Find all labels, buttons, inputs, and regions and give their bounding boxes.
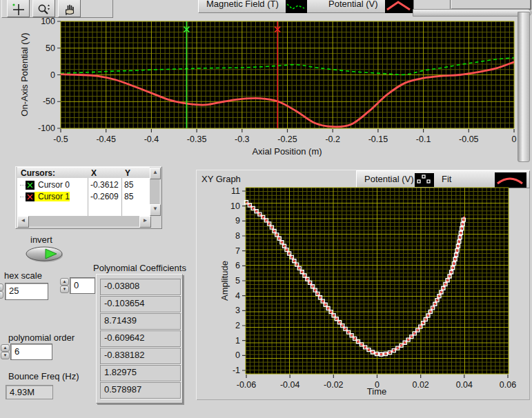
hex-scale-spinner[interactable]: ▲▼ [0,283,3,299]
svg-text:-0.02: -0.02 [324,380,344,390]
coefficient-1: -0.103654 [100,296,181,312]
coefficient-4: -0.838182 [100,348,181,364]
svg-text:8: 8 [235,231,240,241]
svg-text:0: 0 [512,135,517,144]
svg-text:7: 7 [235,246,240,256]
cursor-table-body: Cursor 0 -0.3612 85 Cursor 1 -0.2609 85 [17,178,150,216]
svg-text:0: 0 [50,70,55,80]
cursor-scroll-right-button[interactable]: ► [139,216,151,228]
svg-text:-0.15: -0.15 [368,135,388,144]
svg-text:-0.4: -0.4 [144,135,159,144]
svg-text:-0.45: -0.45 [96,135,116,144]
svg-text:10: 10 [230,201,240,211]
svg-text:1: 1 [235,336,240,346]
svg-text:2: 2 [235,321,240,330]
bounce-freq-label: Bounce Freq (Hz) [8,371,79,381]
svg-text:3: 3 [235,306,240,315]
polynomial-coefficients-label: Polynomial Coefficients [93,263,186,273]
cursor1-name[interactable]: Cursor 1 [35,192,70,201]
xy-graph-widget: XY Graph Potential (V) Fit -0.06-0.04-0.… [196,170,530,400]
coefficient-5: 1.82975 [100,365,181,381]
svg-text:5: 5 [235,276,240,286]
y-axis-label: On-Axis Potential (V) [19,32,30,116]
svg-text:0.06: 0.06 [500,380,516,390]
svg-text:0: 0 [235,350,240,360]
cursor-hscroll-track[interactable] [17,216,150,226]
polynomial-order-label: polynomial order [8,332,75,343]
svg-text:-1: -1 [233,366,240,375]
svg-text:0.04: 0.04 [456,380,473,390]
svg-text:-50: -50 [43,97,55,106]
svg-text:-0.25: -0.25 [277,135,297,144]
y-axis-label: Amplitude [219,261,230,301]
svg-text:6: 6 [235,261,240,270]
cursor0-y-value: 85 [124,180,133,190]
svg-text:4: 4 [235,291,240,301]
hex-scale-label: hex scale [4,270,42,281]
svg-text:50: 50 [46,43,55,53]
svg-text:-0.5: -0.5 [53,135,68,144]
polynomial-order-spinner[interactable]: ▲▼ [1,344,10,359]
coefficient-2: 8.71439 [100,313,181,330]
invert-switch[interactable] [25,246,65,263]
svg-text:-0.1: -0.1 [416,135,431,144]
xy-graph-plot[interactable]: -0.06-0.04-0.0200.020.040.06111098765432… [196,170,530,400]
cursor-row-1[interactable]: Cursor 1 -0.2609 85 [19,191,150,202]
coefficient-3: -0.609642 [100,330,181,347]
svg-text:-100: -100 [38,123,55,133]
polynomial-order-input[interactable]: 6 [10,344,52,360]
coefficient-6: 0.578987 [100,382,181,399]
bounce-freq-value: 4.93M [6,385,53,399]
svg-text:-0.05: -0.05 [459,135,479,144]
hex-scale-input[interactable]: 25 [5,283,48,300]
invert-label: invert [30,235,52,245]
labview-front-panel: Magnetic Field (T) Potential (V) -0.5-0.… [0,0,532,418]
svg-text:100: 100 [41,17,55,26]
svg-text:-0.2: -0.2 [325,135,340,144]
cursor-scroll-left-button[interactable]: ◄ [17,216,29,228]
cursor-legend-panel: Cursors: X Y Cursor 0 -0.3612 85 [15,166,162,229]
cursor-row-0[interactable]: Cursor 0 -0.3612 85 [19,179,150,190]
cursor1-marker-icon [26,192,35,201]
waveform-graph[interactable]: -0.5-0.45-0.4-0.35-0.3-0.25-0.2-0.15-0.1… [0,0,532,164]
cursor0-name[interactable]: Cursor 0 [35,180,70,190]
cursor-scroll-up-button[interactable]: ▲ [150,168,161,179]
svg-text:-0.04: -0.04 [280,380,300,390]
coeff-index-input[interactable]: 0 [70,277,95,294]
coefficient-0: -0.03808 [100,279,181,295]
svg-text:9: 9 [235,216,240,226]
x-axis-label: Axial Position (m) [252,146,322,157]
cursor-scroll-down-button[interactable]: ▼ [150,204,161,216]
svg-text:11: 11 [231,186,240,196]
cursor0-x-value: -0.3612 [90,180,119,190]
svg-text:-0.35: -0.35 [187,135,207,144]
cursor1-x-value: -0.2609 [90,192,119,201]
svg-text:-0.06: -0.06 [237,380,257,390]
coefficients-array: -0.03808 -0.103654 8.71439 -0.609642 -0.… [96,274,183,404]
svg-text:0.02: 0.02 [412,380,428,390]
cursor1-y-value: 85 [124,192,133,201]
coeff-index-spinner[interactable]: ▲▼ [60,278,69,293]
cursor0-marker-icon [26,181,35,190]
svg-text:-0.3: -0.3 [235,135,250,144]
x-axis-label: Time [367,386,386,397]
